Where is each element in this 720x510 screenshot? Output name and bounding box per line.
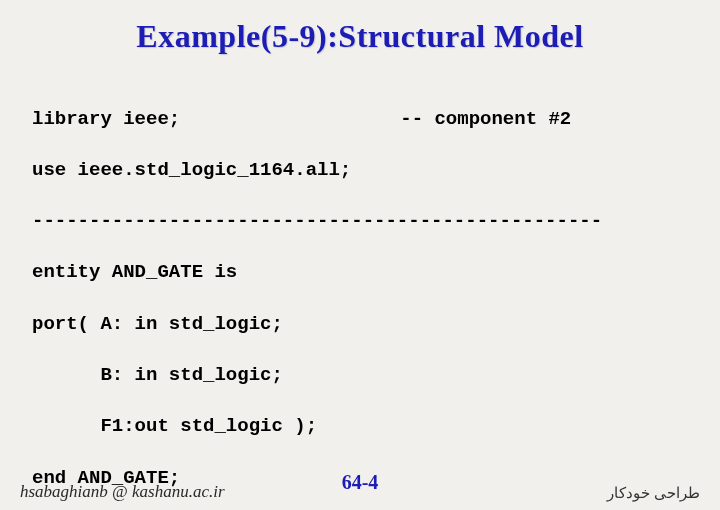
footer-page-number: 64-4: [342, 471, 379, 494]
code-line: ----------------------------------------…: [32, 209, 692, 235]
footer-course-name: طراحی خودکار: [607, 484, 700, 502]
code-line: port( A: in std_logic;: [32, 312, 692, 338]
code-line: F1:out std_logic );: [32, 414, 692, 440]
code-block: library ieee;-- component #2 use ieee.st…: [32, 81, 692, 510]
code-comment: -- component #2: [400, 108, 571, 130]
page-title: Example(5-9):Structural Model: [28, 18, 692, 55]
code-line: B: in std_logic;: [32, 363, 692, 389]
code-text: library ieee;: [32, 108, 180, 130]
code-line: entity AND_GATE is: [32, 260, 692, 286]
footer-author: hsabaghianb @ kashanu.ac.ir: [20, 482, 225, 502]
footer: hsabaghianb @ kashanu.ac.ir 64-4 طراحی خ…: [0, 482, 720, 502]
code-line: use ieee.std_logic_1164.all;: [32, 158, 692, 184]
code-line: library ieee;-- component #2: [32, 107, 692, 133]
